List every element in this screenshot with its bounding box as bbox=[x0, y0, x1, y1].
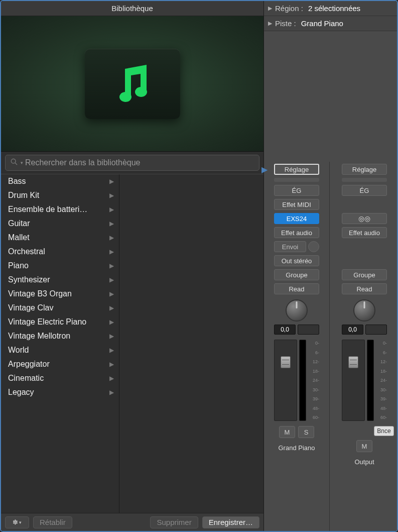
eq-slot[interactable]: ÉG bbox=[342, 185, 387, 196]
list-item[interactable]: Arpeggiator▶ bbox=[1, 357, 119, 371]
track-row[interactable]: ▶ Piste : Grand Piano bbox=[264, 16, 397, 31]
list-item[interactable]: World▶ bbox=[1, 343, 119, 357]
library-artwork bbox=[1, 16, 263, 152]
gear-icon: ✽ bbox=[13, 518, 18, 526]
library-search[interactable]: ▾ Rechercher dans la bibliothèque bbox=[5, 155, 259, 171]
stereo-slot[interactable]: ◎◎ bbox=[342, 213, 387, 224]
eq-slot[interactable]: ÉG bbox=[274, 185, 319, 196]
setting-slot[interactable]: Réglage bbox=[274, 164, 319, 175]
list-item[interactable]: Vintage Clav▶ bbox=[1, 301, 119, 315]
volume-fader[interactable] bbox=[274, 340, 297, 421]
audio-fx-slot[interactable]: Effet audio bbox=[342, 227, 387, 238]
list-item[interactable]: Guitar▶ bbox=[1, 217, 119, 231]
chevron-right-icon: ▶ bbox=[109, 192, 114, 199]
delete-button[interactable]: Supprimer bbox=[150, 516, 198, 528]
inspector-panel: ▶ Région : 2 sélectionnées ▶ Piste : Gra… bbox=[264, 1, 397, 531]
chevron-right-icon: ▶ bbox=[109, 389, 114, 396]
pan-knob[interactable] bbox=[286, 299, 308, 322]
peak-value bbox=[365, 325, 387, 335]
send-knob[interactable] bbox=[308, 241, 319, 252]
setting-sub-slot[interactable] bbox=[274, 178, 319, 182]
chevron-right-icon: ▶ bbox=[109, 318, 114, 326]
midi-fx-slot[interactable]: Effet MIDI bbox=[274, 199, 319, 210]
automation-slot[interactable]: Read bbox=[342, 283, 387, 294]
chevron-right-icon: ▶ bbox=[109, 178, 114, 185]
fader-area: 0-6-12-18-24-30-39-48-60- bbox=[274, 338, 319, 423]
region-value: 2 sélectionnées bbox=[308, 4, 360, 13]
library-subcolumn bbox=[119, 174, 263, 513]
send-button[interactable]: Envoi bbox=[274, 241, 306, 252]
list-item[interactable]: Orchestral▶ bbox=[1, 245, 119, 259]
channel-strip-output: Réglage ÉG ◎◎ Effet audio Groupe Read 0,… bbox=[332, 162, 397, 531]
setting-sub-slot[interactable] bbox=[342, 178, 387, 182]
level-meter bbox=[299, 340, 306, 421]
send-slot: Envoi bbox=[274, 241, 319, 252]
chevron-down-icon: ▾ bbox=[21, 160, 23, 165]
chevron-down-icon: ▾ bbox=[19, 520, 22, 525]
region-label: Région : bbox=[275, 4, 303, 13]
search-icon bbox=[11, 158, 18, 167]
volume-fader[interactable] bbox=[342, 340, 365, 421]
mute-button[interactable]: M bbox=[356, 440, 372, 452]
chevron-right-icon: ▶ bbox=[109, 375, 114, 382]
library-category-column: Bass▶ Drum Kit▶ Ensemble de batteri…▶ Gu… bbox=[1, 174, 119, 513]
peak-value bbox=[298, 325, 319, 335]
channel-name: Output bbox=[354, 458, 374, 466]
chevron-right-icon: ▶ bbox=[109, 304, 114, 311]
chevron-right-icon: ▶ bbox=[109, 248, 114, 255]
region-row[interactable]: ▶ Région : 2 sélectionnées bbox=[264, 1, 397, 16]
fader-handle[interactable] bbox=[348, 356, 358, 368]
library-footer: ✽▾ Rétablir Supprimer Enregistrer… bbox=[1, 513, 263, 531]
save-button[interactable]: Enregistrer… bbox=[202, 516, 259, 528]
list-item[interactable]: Mallet▶ bbox=[1, 231, 119, 245]
music-note-icon bbox=[107, 59, 158, 109]
list-item[interactable]: Bass▶ bbox=[1, 174, 119, 188]
list-item[interactable]: Legacy▶ bbox=[1, 385, 119, 399]
setting-slot[interactable]: Réglage bbox=[342, 164, 387, 175]
list-item[interactable]: Ensemble de batteri…▶ bbox=[1, 202, 119, 217]
list-item[interactable]: Vintage Mellotron▶ bbox=[1, 329, 119, 343]
list-item[interactable]: Cinematic▶ bbox=[1, 371, 119, 385]
track-value: Grand Piano bbox=[301, 19, 343, 28]
disclosure-triangle-icon[interactable]: ▶ bbox=[268, 5, 272, 12]
gain-value[interactable]: 0,0 bbox=[274, 325, 296, 335]
pan-knob[interactable] bbox=[353, 299, 375, 322]
restore-button[interactable]: Rétablir bbox=[33, 516, 72, 528]
list-item[interactable]: Piano▶ bbox=[1, 259, 119, 273]
list-item[interactable]: Vintage B3 Organ▶ bbox=[1, 287, 119, 301]
solo-button[interactable]: S bbox=[298, 426, 314, 438]
chevron-right-icon: ▶ bbox=[109, 206, 114, 213]
fader-scale: 0-6-12-18-24-30-39-48-60- bbox=[308, 340, 319, 421]
gain-value[interactable]: 0,0 bbox=[342, 325, 363, 335]
fader-area: 0-6-12-18-24-30-39-48-60- bbox=[342, 338, 387, 423]
stereo-icon: ◎◎ bbox=[358, 215, 370, 223]
library-panel: Bibliothèque ▾ Rechercher dans la biblio… bbox=[1, 1, 264, 531]
list-item[interactable]: Drum Kit▶ bbox=[1, 188, 119, 202]
search-placeholder: Rechercher dans la bibliothèque bbox=[25, 158, 140, 167]
svg-line-1 bbox=[15, 163, 17, 165]
chevron-right-icon: ▶ bbox=[109, 333, 114, 340]
track-label: Piste : bbox=[275, 19, 296, 28]
chevron-right-icon: ▶ bbox=[109, 290, 114, 297]
library-browser: Bass▶ Drum Kit▶ Ensemble de batteri…▶ Gu… bbox=[1, 174, 263, 513]
automation-slot[interactable]: Read bbox=[274, 283, 319, 294]
bounce-button[interactable]: Bnce bbox=[374, 426, 394, 436]
mixer-strips: ▶ Réglage ÉG Effet MIDI EXS24 Effet audi… bbox=[264, 31, 397, 531]
gear-menu-button[interactable]: ✽▾ bbox=[5, 516, 29, 528]
list-item[interactable]: Vintage Electric Piano▶ bbox=[1, 315, 119, 329]
group-slot[interactable]: Groupe bbox=[342, 269, 387, 280]
mute-button[interactable]: M bbox=[279, 426, 295, 438]
output-slot[interactable]: Out stéréo bbox=[274, 255, 319, 266]
audio-fx-slot[interactable]: Effet audio bbox=[274, 227, 319, 238]
group-slot[interactable]: Groupe bbox=[274, 269, 319, 280]
library-title: Bibliothèque bbox=[1, 1, 263, 16]
svg-point-0 bbox=[11, 159, 16, 163]
chevron-right-icon: ▶ bbox=[109, 262, 114, 269]
disclosure-triangle-icon[interactable]: ▶ bbox=[268, 20, 272, 27]
artwork-tile bbox=[85, 49, 180, 119]
fader-scale: 0-6-12-18-24-30-39-48-60- bbox=[376, 340, 387, 421]
channel-strip-track: Réglage ÉG Effet MIDI EXS24 Effet audio … bbox=[264, 162, 330, 531]
instrument-slot[interactable]: EXS24 bbox=[274, 213, 319, 224]
fader-handle[interactable] bbox=[281, 356, 291, 368]
list-item[interactable]: Synthesizer▶ bbox=[1, 273, 119, 287]
